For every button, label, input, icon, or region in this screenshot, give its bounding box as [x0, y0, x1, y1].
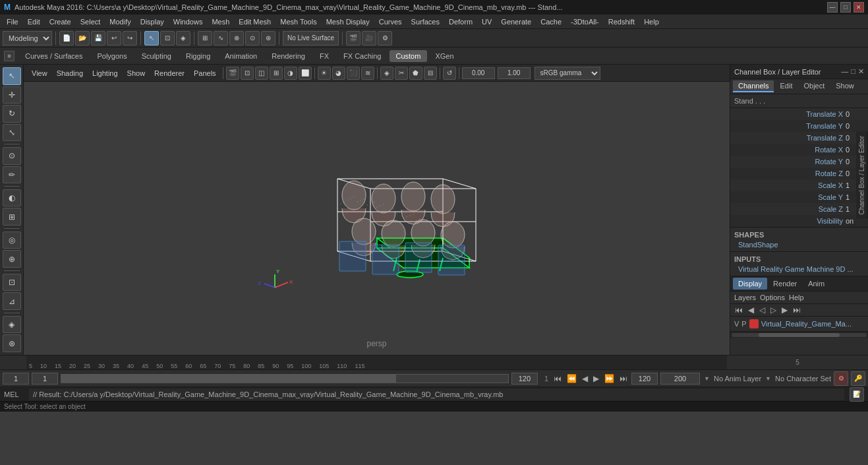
lights-btn[interactable]: ☀ — [318, 67, 331, 80]
lighting-menu[interactable]: Lighting — [88, 68, 122, 78]
extra-tool2-button[interactable]: ⊛ — [3, 334, 21, 352]
mel-input-area[interactable]: // Result: C:/Users/a y/Desktop/Virtual_… — [29, 388, 844, 400]
layer-last-btn[interactable]: ⏭ — [791, 305, 803, 315]
render-tab[interactable]: Render — [768, 278, 802, 290]
film-gate-btn[interactable]: ◫ — [255, 67, 268, 80]
channel-row[interactable]: Translate X0 — [730, 108, 868, 120]
tab-polygons[interactable]: Polygons — [90, 50, 133, 62]
smooth-btn[interactable]: ◑ — [284, 67, 297, 80]
grid-toggle-button[interactable]: ⊡ — [3, 274, 21, 292]
snap-view-button[interactable]: ⊛ — [261, 31, 275, 46]
key-options-btn[interactable]: 🔑 — [851, 371, 865, 386]
snap-tool-button[interactable]: ⊕ — [3, 250, 21, 268]
live-surface-button[interactable]: No Live Surface — [283, 31, 339, 46]
menu-item-modify[interactable]: Modify — [105, 16, 134, 27]
tab-animation[interactable]: Animation — [218, 50, 264, 62]
anim-play-btn[interactable]: ▶ — [592, 374, 600, 383]
menu-item-edit[interactable]: Edit — [24, 16, 44, 27]
new-file-button[interactable]: 📄 — [59, 31, 74, 46]
camera-tool-button[interactable]: ⊿ — [3, 292, 21, 310]
frame-end-display-input[interactable] — [511, 373, 538, 385]
anim-back-btn[interactable]: ◀ — [581, 374, 589, 383]
menu-item-cache[interactable]: Cache — [536, 16, 565, 27]
show-menu[interactable]: Show — [123, 68, 150, 78]
menu-item-deform[interactable]: Deform — [445, 16, 477, 27]
tab-custom[interactable]: Custom — [390, 50, 428, 62]
undo-button[interactable]: ↩ — [107, 31, 121, 46]
channel-row[interactable]: Rotate Z0 — [730, 168, 868, 179]
cam-sel-btn[interactable]: ⊡ — [241, 67, 254, 80]
renderer-menu[interactable]: Renderer — [150, 68, 188, 78]
texture-btn[interactable]: ⬜ — [299, 67, 312, 80]
anim-fwd-btn[interactable]: ⏩ — [603, 374, 616, 383]
menu-item-mesh-display[interactable]: Mesh Display — [322, 16, 374, 27]
soft-select-button[interactable]: ◐ — [3, 189, 21, 207]
menu-item-generate[interactable]: Generate — [497, 16, 535, 27]
channel-box-close[interactable]: ✕ — [858, 67, 864, 76]
layer-prev2-btn[interactable]: ◁ — [757, 305, 767, 315]
bevel-btn[interactable]: ⬟ — [409, 67, 422, 80]
show-tab[interactable]: Show — [830, 80, 859, 92]
sculpt-button[interactable]: ◎ — [3, 232, 21, 249]
motion-blur-btn[interactable]: ≋ — [361, 67, 374, 80]
open-file-button[interactable]: 📂 — [75, 31, 90, 46]
render-seq-button[interactable]: 🎥 — [362, 31, 376, 46]
channel-row[interactable]: Scale Y1 — [730, 191, 868, 203]
menu-item-display[interactable]: Display — [136, 16, 168, 27]
tab-rendering[interactable]: Rendering — [265, 50, 312, 62]
scale-tool-button[interactable]: ⤡ — [3, 124, 21, 142]
close-button[interactable]: ✕ — [854, 2, 864, 13]
save-file-button[interactable]: 💾 — [91, 31, 105, 46]
ao-btn[interactable]: ⬛ — [347, 67, 360, 80]
channel-row[interactable]: Scale Z1 — [730, 203, 868, 215]
tab-sculpting[interactable]: Sculpting — [135, 50, 178, 62]
snap-grid-button[interactable]: ⊞ — [198, 31, 212, 46]
menu-item--3dtoall-[interactable]: -3DtoAll- — [567, 16, 603, 27]
menu-item-create[interactable]: Create — [45, 16, 75, 27]
frame-slider[interactable] — [61, 374, 509, 383]
snap-curve-button[interactable]: ∿ — [214, 31, 228, 46]
snap-point-button[interactable]: ⊕ — [229, 31, 244, 46]
tab-xgen[interactable]: XGen — [428, 50, 460, 62]
select-tool-button[interactable]: ↖ — [3, 67, 21, 85]
rotate-display-btn[interactable]: ↺ — [443, 67, 456, 80]
tab-fx-caching[interactable]: FX Caching — [337, 50, 388, 62]
paint-select-button[interactable]: ◈ — [176, 31, 190, 46]
menu-item-edit-mesh[interactable]: Edit Mesh — [235, 16, 275, 27]
h-scrollbar[interactable] — [732, 333, 867, 337]
channels-tab[interactable]: Channels — [733, 80, 774, 92]
lasso-tool-button[interactable]: ⊙ — [3, 147, 21, 165]
tab-menu-icon[interactable]: ≡ — [4, 51, 14, 61]
symmetry-button[interactable]: ⊞ — [3, 208, 21, 226]
menu-item-redshift[interactable]: Redshift — [604, 16, 639, 27]
tab-rigging[interactable]: Rigging — [179, 50, 217, 62]
help-label[interactable]: Help — [789, 294, 804, 301]
shading-menu[interactable]: Shading — [53, 68, 87, 78]
coord-y-input[interactable] — [498, 67, 531, 79]
viewport-canvas[interactable]: X Y Z persp — [24, 82, 730, 355]
frame-start-input[interactable] — [3, 373, 29, 385]
iso-btn[interactable]: ◈ — [380, 67, 393, 80]
timeline-ruler[interactable]: 5101520253035404550556065707580859095100… — [26, 356, 727, 369]
tab-curves---surfaces[interactable]: Curves / Surfaces — [18, 50, 89, 62]
frame-end-input[interactable] — [631, 373, 658, 385]
channel-box-minimize[interactable]: — — [841, 67, 848, 76]
render-settings-button[interactable]: ⚙ — [378, 31, 392, 46]
wireframe-btn[interactable]: ⊞ — [270, 67, 283, 80]
current-frame-input[interactable] — [32, 373, 58, 385]
anim-first-btn[interactable]: ⏮ — [552, 374, 563, 383]
render-button[interactable]: 🎬 — [346, 31, 361, 46]
redo-button[interactable]: ↪ — [123, 31, 137, 46]
menu-item-curves[interactable]: Curves — [375, 16, 406, 27]
layer-next-btn[interactable]: ▶ — [780, 305, 790, 315]
channel-row[interactable]: Translate Y0 — [730, 120, 868, 132]
attribute-editor-tab[interactable]: Channel Box / Layer Editor — [856, 132, 868, 219]
minimize-button[interactable]: — — [827, 2, 838, 13]
multi-cut-btn[interactable]: ✂ — [395, 67, 408, 80]
anim-last-btn[interactable]: ⏭ — [618, 374, 629, 383]
menu-item-uv[interactable]: UV — [478, 16, 496, 27]
extra-tool-button[interactable]: ◈ — [3, 316, 21, 334]
shapes-item[interactable]: StandShape — [734, 240, 864, 249]
anim-prev-btn[interactable]: ⏪ — [565, 374, 578, 383]
display-tab[interactable]: Display — [733, 278, 767, 290]
